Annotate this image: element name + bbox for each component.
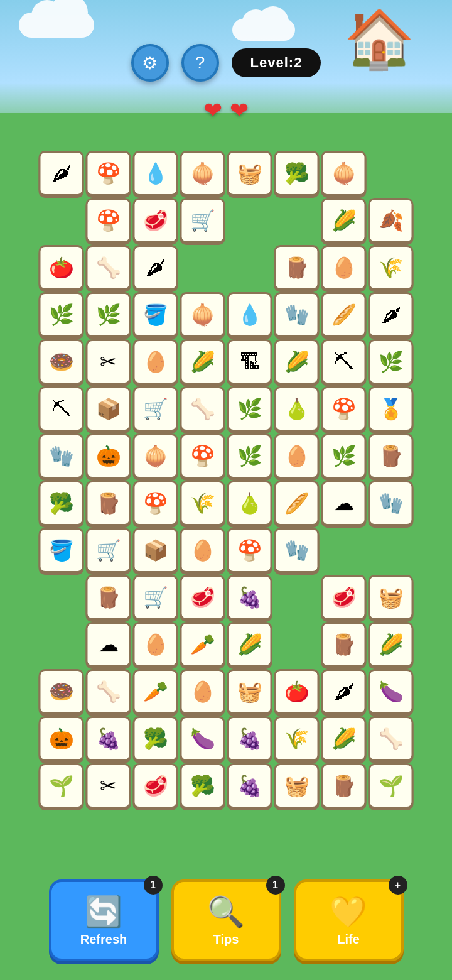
- tile-10-3[interactable]: 🥕: [180, 622, 225, 667]
- tile-4-4[interactable]: 🏗: [227, 339, 272, 384]
- tile-5-4[interactable]: 🌿: [227, 386, 272, 432]
- refresh-button[interactable]: 1 🔄 Refresh: [49, 879, 159, 961]
- tile-9-1[interactable]: 🪵: [86, 575, 131, 620]
- tile-0-0[interactable]: 🌶: [39, 151, 84, 196]
- tile-9-4[interactable]: 🍇: [227, 575, 272, 620]
- tile-1-7[interactable]: 🍂: [369, 198, 414, 243]
- tile-0-6[interactable]: 🧅: [321, 151, 367, 196]
- tile-6-7[interactable]: 🪵: [369, 433, 414, 479]
- tile-2-0[interactable]: 🍅: [39, 245, 84, 290]
- tile-3-2[interactable]: 🪣: [133, 292, 178, 337]
- tile-10-1[interactable]: ☁: [86, 622, 131, 667]
- tips-button[interactable]: 1 🔍 Tips: [171, 879, 281, 961]
- tile-12-7[interactable]: 🦴: [369, 716, 414, 761]
- tile-12-1[interactable]: 🍇: [86, 716, 131, 761]
- tile-2-6[interactable]: 🥚: [321, 245, 367, 290]
- tile-4-3[interactable]: 🌽: [180, 339, 225, 384]
- tile-9-6[interactable]: 🥩: [321, 575, 367, 620]
- tile-7-0[interactable]: 🥦: [39, 481, 84, 526]
- tile-4-1[interactable]: ✂: [86, 339, 131, 384]
- tile-6-1[interactable]: 🎃: [86, 433, 131, 479]
- tile-10-6[interactable]: 🪵: [321, 622, 367, 667]
- help-button[interactable]: ?: [181, 44, 219, 82]
- tile-4-6[interactable]: ⛏: [321, 339, 367, 384]
- tile-13-7[interactable]: 🌱: [369, 763, 414, 808]
- tile-7-5[interactable]: 🥖: [274, 481, 320, 526]
- tile-5-5[interactable]: 🍐: [274, 386, 320, 432]
- tile-5-6[interactable]: 🍄: [321, 386, 367, 432]
- tile-2-7[interactable]: 🌾: [369, 245, 414, 290]
- tile-3-0[interactable]: 🌿: [39, 292, 84, 337]
- tile-13-6[interactable]: 🪵: [321, 763, 367, 808]
- tile-4-0[interactable]: 🍩: [39, 339, 84, 384]
- tile-10-2[interactable]: 🥚: [133, 622, 178, 667]
- tile-11-6[interactable]: 🌶: [321, 669, 367, 714]
- tile-11-5[interactable]: 🍅: [274, 669, 320, 714]
- tile-12-6[interactable]: 🌽: [321, 716, 367, 761]
- tile-11-4[interactable]: 🧺: [227, 669, 272, 714]
- tile-0-4[interactable]: 🧺: [227, 151, 272, 196]
- tile-0-3[interactable]: 🧅: [180, 151, 225, 196]
- tile-7-3[interactable]: 🌾: [180, 481, 225, 526]
- tile-12-0[interactable]: 🎃: [39, 716, 84, 761]
- tile-4-7[interactable]: 🌿: [369, 339, 414, 384]
- tile-0-2[interactable]: 💧: [133, 151, 178, 196]
- tile-3-6[interactable]: 🥖: [321, 292, 367, 337]
- tile-13-0[interactable]: 🌱: [39, 763, 84, 808]
- tile-12-2[interactable]: 🥦: [133, 716, 178, 761]
- tile-5-3[interactable]: 🦴: [180, 386, 225, 432]
- tile-13-5[interactable]: 🧺: [274, 763, 320, 808]
- tile-11-2[interactable]: 🥕: [133, 669, 178, 714]
- tile-7-6[interactable]: ☁: [321, 481, 367, 526]
- tile-5-0[interactable]: ⛏: [39, 386, 84, 432]
- tile-11-3[interactable]: 🥚: [180, 669, 225, 714]
- tile-11-7[interactable]: 🍆: [369, 669, 414, 714]
- tile-0-5[interactable]: 🥦: [274, 151, 320, 196]
- tile-7-2[interactable]: 🍄: [133, 481, 178, 526]
- tile-8-0[interactable]: 🪣: [39, 528, 84, 573]
- tile-13-1[interactable]: ✂: [86, 763, 131, 808]
- tile-3-1[interactable]: 🌿: [86, 292, 131, 337]
- life-button[interactable]: + 💛 Life: [294, 879, 404, 961]
- tile-1-1[interactable]: 🍄: [86, 198, 131, 243]
- tile-13-4[interactable]: 🍇: [227, 763, 272, 808]
- tile-2-2[interactable]: 🌶: [133, 245, 178, 290]
- tile-8-4[interactable]: 🍄: [227, 528, 272, 573]
- tile-12-5[interactable]: 🌾: [274, 716, 320, 761]
- tile-0-1[interactable]: 🍄: [86, 151, 131, 196]
- tile-9-7[interactable]: 🧺: [369, 575, 414, 620]
- tile-11-0[interactable]: 🍩: [39, 669, 84, 714]
- tile-7-1[interactable]: 🪵: [86, 481, 131, 526]
- tile-3-3[interactable]: 🧅: [180, 292, 225, 337]
- tile-5-7[interactable]: 🏅: [369, 386, 414, 432]
- settings-button[interactable]: ⚙: [131, 44, 169, 82]
- tile-5-1[interactable]: 📦: [86, 386, 131, 432]
- tile-6-4[interactable]: 🌿: [227, 433, 272, 479]
- tile-8-2[interactable]: 📦: [133, 528, 178, 573]
- tile-1-6[interactable]: 🌽: [321, 198, 367, 243]
- tile-6-3[interactable]: 🍄: [180, 433, 225, 479]
- tile-8-1[interactable]: 🛒: [86, 528, 131, 573]
- tile-7-4[interactable]: 🍐: [227, 481, 272, 526]
- tile-3-4[interactable]: 💧: [227, 292, 272, 337]
- tile-7-7[interactable]: 🧤: [369, 481, 414, 526]
- tile-9-2[interactable]: 🛒: [133, 575, 178, 620]
- tile-2-5[interactable]: 🪵: [274, 245, 320, 290]
- tile-8-3[interactable]: 🥚: [180, 528, 225, 573]
- tile-12-4[interactable]: 🍇: [227, 716, 272, 761]
- tile-12-3[interactable]: 🍆: [180, 716, 225, 761]
- tile-13-3[interactable]: 🥦: [180, 763, 225, 808]
- tile-4-2[interactable]: 🥚: [133, 339, 178, 384]
- tile-6-6[interactable]: 🌿: [321, 433, 367, 479]
- tile-6-2[interactable]: 🧅: [133, 433, 178, 479]
- tile-2-1[interactable]: 🦴: [86, 245, 131, 290]
- tile-11-1[interactable]: 🦴: [86, 669, 131, 714]
- tile-1-2[interactable]: 🥩: [133, 198, 178, 243]
- tile-13-2[interactable]: 🥩: [133, 763, 178, 808]
- tile-3-7[interactable]: 🌶: [369, 292, 414, 337]
- tile-6-0[interactable]: 🧤: [39, 433, 84, 479]
- tile-9-3[interactable]: 🥩: [180, 575, 225, 620]
- tile-10-7[interactable]: 🌽: [369, 622, 414, 667]
- tile-3-5[interactable]: 🧤: [274, 292, 320, 337]
- tile-4-5[interactable]: 🌽: [274, 339, 320, 384]
